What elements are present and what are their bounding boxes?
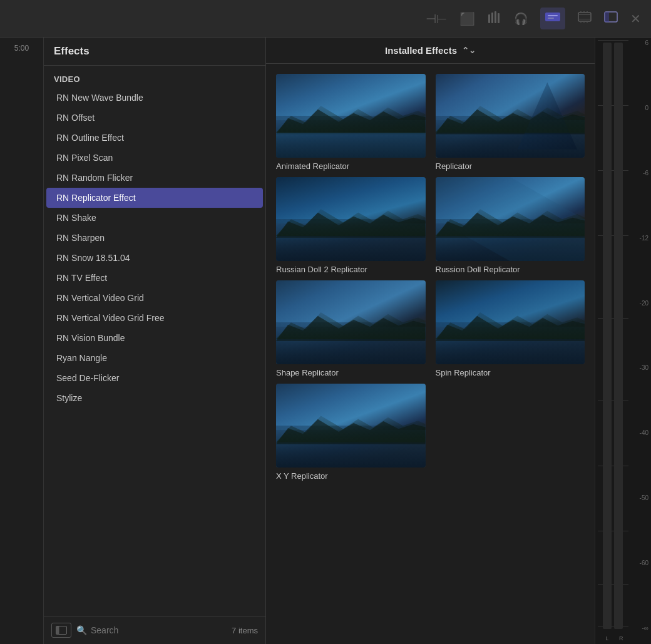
svg-rect-9 — [578, 19, 591, 19]
sidebar-item-rn-new-wave[interactable]: RN New Wave Bundle — [46, 88, 263, 108]
svg-rect-6 — [548, 18, 554, 19]
browser-view-icon[interactable] — [51, 623, 71, 638]
sidebar-item-rn-sharpen[interactable]: RN Sharpen — [46, 228, 263, 248]
svg-rect-3 — [498, 13, 500, 23]
sidebar-item-rn-outline[interactable]: RN Outline Effect — [46, 128, 263, 148]
meter-channel-right — [614, 43, 623, 629]
search-input-wrap: 🔍 — [76, 625, 227, 635]
meter-label-neg20: -20 — [640, 300, 648, 307]
effect-item-russion-doll[interactable]: Russion Doll Replicator — [436, 177, 585, 275]
meter-channel-labels: L R — [600, 635, 628, 641]
audio-meter-icon[interactable] — [488, 11, 501, 26]
content-header: Installed Effects ⌃⌄ — [266, 38, 595, 64]
effects-panel: Effects VIDEO RN New Wave Bundle RN Offs… — [44, 38, 595, 644]
meter-scale-area: 6 0 -6 -12 -20 -30 -40 -50 -60 -∞ — [595, 40, 651, 644]
sidebar-item-ryan-nangle[interactable]: Ryan Nangle — [46, 348, 263, 368]
effect-thumb-animated-replicator — [276, 74, 426, 158]
meter-label-neg40: -40 — [640, 430, 648, 436]
effects-sidebar: Effects VIDEO RN New Wave Bundle RN Offs… — [44, 38, 266, 644]
svg-rect-14 — [583, 21, 585, 23]
meter-label-neg50: -50 — [640, 495, 648, 501]
headphones-icon[interactable]: 🎧 — [514, 12, 528, 26]
effect-name-replicator: Replicator — [436, 161, 585, 172]
timecode-display: 5:00 — [14, 44, 29, 53]
effect-item-xy-replicator[interactable]: X Y Replicator — [276, 384, 426, 482]
sidebar-item-rn-tv-effect[interactable]: RN TV Effect — [46, 268, 263, 288]
svg-rect-4 — [545, 13, 560, 21]
meter-label-neg6: -6 — [643, 170, 648, 176]
effect-item-replicator[interactable]: Replicator — [436, 74, 585, 172]
effects-grid: Animated Replicator Replicator — [266, 64, 595, 644]
svg-rect-5 — [548, 15, 558, 16]
effect-thumb-replicator — [436, 74, 585, 158]
browser-panel-icon[interactable] — [604, 11, 618, 26]
video-section-header: VIDEO — [44, 68, 265, 88]
meter-channel-left — [603, 43, 612, 629]
svg-rect-2 — [495, 11, 496, 23]
svg-rect-0 — [488, 14, 490, 23]
meter-panel: 6 0 -6 -12 -20 -30 -40 -50 -60 -∞ — [595, 38, 651, 644]
effect-thumb-shape-replicator — [276, 280, 426, 364]
meter-label-6: 6 — [645, 40, 648, 46]
sidebar-item-rn-vision-bundle[interactable]: RN Vision Bundle — [46, 328, 263, 348]
sidebar-item-rn-snow[interactable]: RN Snow 18.51.04 — [46, 248, 263, 268]
svg-rect-8 — [578, 14, 591, 15]
sidebar-item-stylize[interactable]: Stylize — [46, 388, 263, 408]
svg-rect-1 — [491, 13, 493, 23]
close-icon[interactable]: ✕ — [630, 11, 641, 26]
svg-rect-12 — [587, 11, 588, 13]
item-count: 7 items — [232, 626, 258, 635]
effect-item-animated-replicator[interactable]: Animated Replicator — [276, 74, 426, 172]
search-icon: 🔍 — [76, 625, 87, 635]
effect-name-russion-doll: Russion Doll Replicator — [436, 265, 585, 275]
sidebar-item-rn-pixel-scan[interactable]: RN Pixel Scan — [46, 148, 263, 168]
svg-rect-10 — [580, 11, 582, 13]
effect-thumb-xy-replicator — [276, 384, 426, 468]
sort-icon[interactable]: ⌃⌄ — [462, 46, 476, 55]
effect-name-spin-replicator: Spin Replicator — [436, 368, 585, 379]
meter-label-neginf: -∞ — [642, 625, 648, 631]
sidebar-item-rn-vertical-grid[interactable]: RN Vertical Video Grid — [46, 288, 263, 308]
sidebar-item-rn-random-flicker[interactable]: RN Random Flicker — [46, 168, 263, 188]
sidebar-list: VIDEO RN New Wave Bundle RN Offset RN Ou… — [44, 66, 265, 616]
svg-rect-15 — [587, 21, 588, 23]
meter-scale-labels: 6 0 -6 -12 -20 -30 -40 -50 -60 -∞ — [640, 40, 648, 631]
broadcast-icon[interactable] — [540, 8, 565, 29]
sidebar-item-rn-vertical-grid-free[interactable]: RN Vertical Video Grid Free — [46, 308, 263, 328]
svg-rect-17 — [605, 12, 609, 22]
blade-tool-icon[interactable]: ⬛ — [459, 11, 475, 26]
meter-label-neg30: -30 — [640, 365, 648, 371]
meter-visual: 6 0 -6 -12 -20 -30 -40 -50 -60 -∞ — [595, 40, 651, 644]
effect-item-russian-doll-2[interactable]: Russian Doll 2 Replicator — [276, 177, 426, 275]
effect-item-spin-replicator[interactable]: Spin Replicator — [436, 280, 585, 379]
meter-label-neg60: -60 — [640, 560, 648, 566]
sidebar-item-seed-deflicker[interactable]: Seed De-Flicker — [46, 368, 263, 388]
effect-name-xy-replicator: X Y Replicator — [276, 471, 426, 482]
filmstrip-icon[interactable] — [578, 11, 592, 26]
trim-tool-icon[interactable]: ⊣⊢ — [426, 11, 447, 26]
meter-ticks-area — [598, 40, 628, 631]
effect-thumb-russion-doll — [436, 177, 585, 261]
meter-label-R: R — [619, 635, 623, 641]
meter-label-L: L — [605, 635, 608, 641]
effects-panel-header: Effects — [44, 38, 265, 66]
svg-rect-11 — [583, 11, 585, 13]
sidebar-item-rn-shake[interactable]: RN Shake — [46, 208, 263, 228]
effect-name-shape-replicator: Shape Replicator — [276, 368, 426, 379]
effect-thumb-russian-doll-2 — [276, 177, 426, 261]
effect-item-shape-replicator[interactable]: Shape Replicator — [276, 280, 426, 379]
installed-effects-label: Installed Effects — [385, 45, 457, 56]
meter-label-neg12: -12 — [640, 235, 648, 242]
effect-name-animated-replicator: Animated Replicator — [276, 161, 426, 172]
search-input[interactable] — [91, 625, 227, 635]
meter-label-0: 0 — [645, 105, 648, 111]
sidebar-item-rn-replicator[interactable]: RN Replicator Effect — [46, 188, 263, 208]
toolbar: ⊣⊢ ⬛ 🎧 — [0, 0, 651, 38]
effect-thumb-spin-replicator — [436, 280, 585, 364]
sidebar-item-rn-offset[interactable]: RN Offset — [46, 108, 263, 128]
svg-rect-19 — [56, 626, 59, 635]
svg-rect-7 — [578, 13, 591, 21]
main-area: 5:00 Effects VIDEO RN New Wave Bundle RN… — [0, 38, 651, 644]
timecode-strip: 5:00 — [0, 38, 44, 644]
effect-name-russian-doll-2: Russian Doll 2 Replicator — [276, 265, 426, 275]
